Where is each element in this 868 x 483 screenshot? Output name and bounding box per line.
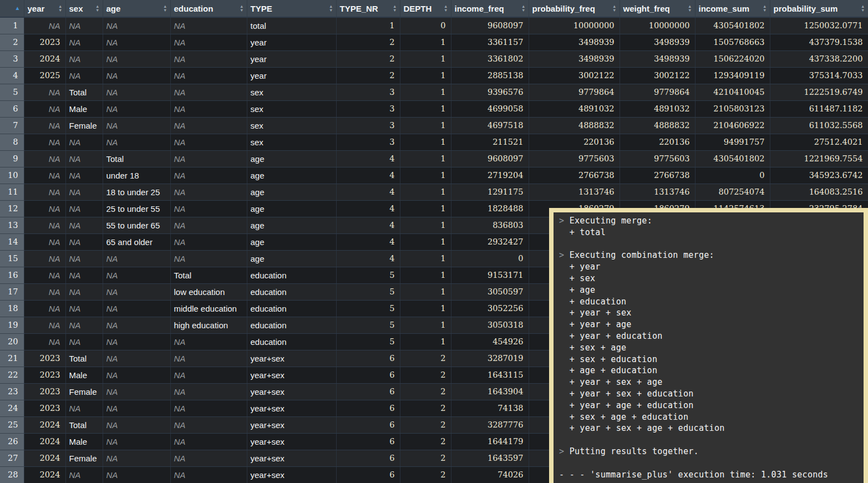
console-message: Executing combination merge: [564, 250, 714, 260]
cell-income_freq: 3052256 [451, 300, 529, 317]
prompt-icon: > [559, 216, 564, 226]
sort-down-icon: ▼ [58, 8, 62, 12]
column-header-education[interactable]: education▲▼ [170, 0, 247, 17]
sort-icons: ▲▼ [861, 5, 865, 12]
cell-sex: Male [65, 367, 103, 383]
cell-income_freq: 1828488 [451, 200, 529, 217]
row-number: 22 [0, 367, 24, 383]
console-line: + sex + age [559, 342, 864, 354]
column-header-probability_freq[interactable]: probability_freq▲▼ [529, 0, 620, 17]
cell-income_freq: 3361157 [451, 34, 529, 50]
column-header-label: probability_sum [774, 4, 838, 13]
cell-income_sum: 807254074 [695, 184, 770, 200]
cell-probability_freq: 3002122 [529, 67, 620, 84]
cell-DEPTH: 1 [400, 167, 451, 184]
console-line: + year + sex + age [559, 377, 864, 388]
sort-down-icon: ▼ [95, 8, 99, 12]
cell-age: NA [103, 50, 170, 67]
column-header-income_sum[interactable]: income_sum▲▼ [695, 0, 770, 17]
cell-sex: NA [65, 333, 103, 350]
column-header-weight_freq[interactable]: weight_freq▲▼ [620, 0, 695, 17]
column-header-sex[interactable]: sex▲▼ [65, 0, 103, 17]
console-line: + year + age [559, 319, 864, 331]
row-number: 12 [0, 200, 24, 217]
cell-income_freq: 1643597 [451, 450, 529, 466]
column-header-label: income_freq [455, 4, 504, 13]
cell-DEPTH: 1 [400, 84, 451, 100]
column-header-TYPE_NR[interactable]: TYPE_NR▲▼ [336, 0, 400, 17]
column-header-label: income_sum [699, 4, 750, 13]
row-number: 27 [0, 450, 24, 466]
sort-icons: ▲▼ [95, 5, 99, 12]
column-header-probability_sum[interactable]: probability_sum▲▼ [770, 0, 868, 17]
cell-TYPE_NR: 6 [336, 383, 400, 400]
cell-income_sum: 94991757 [695, 134, 770, 150]
cell-TYPE: year+sex [247, 466, 336, 483]
cell-TYPE: sex [247, 117, 336, 134]
cell-education: NA [170, 466, 247, 483]
row-number: 23 [0, 383, 24, 400]
cell-year: NA [24, 267, 65, 283]
cell-weight_freq: 9779864 [620, 84, 695, 100]
cell-sex: NA [65, 150, 103, 167]
cell-income_freq: 3050597 [451, 283, 529, 300]
cell-sex: Female [65, 383, 103, 400]
cell-age: NA [103, 250, 170, 267]
cell-probability_sum: 437379.1538 [770, 34, 868, 50]
cell-education: NA [170, 67, 247, 84]
cell-TYPE: year [247, 50, 336, 67]
cell-income_freq: 836803 [451, 217, 529, 233]
cell-age: 25 to under 55 [103, 200, 170, 217]
cell-DEPTH: 2 [400, 466, 451, 483]
cell-probability_freq: 3498939 [529, 34, 620, 50]
cell-year: NA [24, 134, 65, 150]
cell-TYPE_NR: 5 [336, 300, 400, 317]
table-row: 11NANA18 to under 25NAage411291175131374… [0, 184, 868, 200]
console-line [559, 238, 864, 250]
row-number: 1 [0, 17, 24, 34]
console-line: + year + sex [559, 307, 864, 319]
table-row: 5NATotalNANAsex3193965769779864977986442… [0, 84, 868, 100]
cell-education: NA [170, 17, 247, 34]
column-header-TYPE[interactable]: TYPE▲▼ [247, 0, 336, 17]
cell-education: NA [170, 350, 247, 367]
cell-sex: Total [65, 350, 103, 367]
console-line [559, 457, 864, 469]
cell-education: Total [170, 267, 247, 283]
cell-income_freq: 74138 [451, 400, 529, 416]
cell-age: 18 to under 25 [103, 184, 170, 200]
column-header-label: age [106, 4, 121, 13]
sort-icons: ▲▼ [688, 5, 692, 12]
cell-year: 2023 [24, 383, 65, 400]
row-number: 21 [0, 350, 24, 367]
cell-income_freq: 1643115 [451, 367, 529, 383]
cell-sex: Total [65, 84, 103, 100]
cell-age: NA [103, 466, 170, 483]
data-viewer: ▲year▲▼sex▲▼age▲▼education▲▼TYPE▲▼TYPE_N… [0, 0, 868, 483]
cell-DEPTH: 1 [400, 117, 451, 134]
cell-TYPE_NR: 6 [336, 367, 400, 383]
column-header-DEPTH[interactable]: DEPTH▲▼ [400, 0, 451, 17]
cell-education: NA [170, 233, 247, 250]
cell-education: middle education [170, 300, 247, 317]
table-row: 6NAMaleNANAsex31469905848910324891032210… [0, 100, 868, 117]
cell-TYPE: education [247, 300, 336, 317]
column-header-year[interactable]: year▲▼ [24, 0, 65, 17]
cell-age: NA [103, 350, 170, 367]
cell-sex: NA [65, 283, 103, 300]
cell-income_sum: 1505768663 [695, 34, 770, 50]
cell-DEPTH: 1 [400, 50, 451, 67]
cell-sex: NA [65, 167, 103, 184]
cell-TYPE: year [247, 34, 336, 50]
column-header-age[interactable]: age▲▼ [103, 0, 170, 17]
cell-income_freq: 1291175 [451, 184, 529, 200]
sort-down-icon: ▼ [861, 8, 865, 12]
column-header-income_freq[interactable]: income_freq▲▼ [451, 0, 529, 17]
row-number-column-header[interactable]: ▲ [0, 0, 24, 17]
cell-education: NA [170, 134, 247, 150]
cell-TYPE: education [247, 283, 336, 300]
cell-income_freq: 9608097 [451, 150, 529, 167]
cell-sex: Male [65, 433, 103, 450]
cell-DEPTH: 1 [400, 184, 451, 200]
sort-icons: ▲▼ [612, 5, 616, 12]
